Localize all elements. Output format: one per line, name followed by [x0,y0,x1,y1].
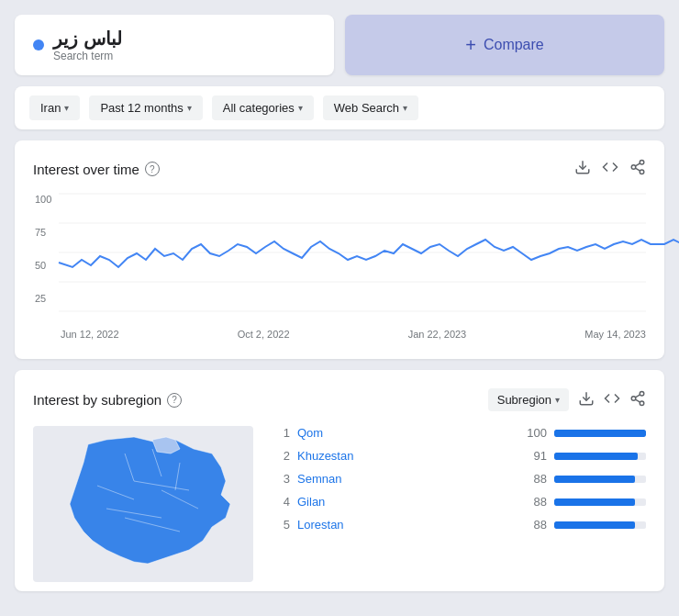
rank-region-name[interactable]: Semnan [297,472,514,486]
rank-number: 1 [275,426,290,440]
filter-region[interactable]: Iran ▾ [29,95,80,120]
rank-number: 2 [275,449,290,463]
filter-type-label: Web Search [334,101,399,115]
search-term-text: لباس زیر [53,28,122,50]
card-title: Interest over time ? [33,162,160,177]
rank-region-name[interactable]: Qom [297,426,514,440]
rank-region-name[interactable]: Lorestan [297,518,514,532]
compare-card[interactable]: + Compare [345,15,664,75]
rank-bar-container [554,453,646,460]
embed-icon[interactable] [602,159,618,179]
interest-over-time-title: Interest over time [33,162,139,177]
svg-line-16 [635,394,640,397]
iran-map-svg [33,426,253,582]
rank-region-name[interactable]: Khuzestan [297,449,514,463]
svg-point-14 [640,401,644,406]
chevron-down-icon: ▾ [555,395,560,405]
filter-region-label: Iran [40,101,61,115]
chevron-down-icon: ▾ [298,103,303,113]
y-axis-labels: 100 75 50 25 [33,194,51,304]
chart-area: 100 75 50 25 Jun 12, 2022 Oct 2, 2022 Ja… [33,194,646,341]
subregion-dropdown[interactable]: Subregion ▾ [488,388,569,411]
subregion-card-header: Interest by subregion ? Subregion ▾ [33,388,646,411]
search-term-card: لباس زیر Search term [15,15,334,75]
search-term-info: لباس زیر Search term [53,28,122,62]
svg-line-15 [635,399,640,402]
search-term-label: Search term [53,50,122,62]
chevron-down-icon: ▾ [187,103,192,113]
ranking-item: 3 Semnan 88 [275,472,646,486]
x-label-3: Jan 22, 2023 [408,329,467,340]
iran-map [33,426,253,573]
share-icon[interactable] [629,159,646,179]
filter-type[interactable]: Web Search ▾ [323,95,418,120]
svg-point-1 [640,161,644,165]
rank-score: 91 [521,449,547,463]
line-chart [59,194,646,322]
top-row: لباس زیر Search term + Compare [15,15,664,75]
interest-over-time-card: Interest over time ? 100 75 50 25 [15,140,664,359]
subregion-filter: Subregion ▾ [488,388,646,411]
ranking-item: 4 Gilan 88 [275,495,646,509]
compare-plus-icon: + [465,35,476,56]
interest-by-subregion-title: Interest by subregion [33,392,161,408]
subregion-content: 1 Qom 100 2 Khuzestan 91 3 Semnan 88 [33,426,646,573]
rank-score: 88 [521,495,547,509]
x-label-4: May 14, 2023 [584,329,646,340]
search-term-dot [33,39,44,50]
svg-point-12 [640,391,644,396]
rank-region-name[interactable]: Gilan [297,495,514,509]
rank-number: 5 [275,518,290,532]
rank-score: 100 [521,426,547,440]
svg-line-5 [635,163,640,166]
svg-point-2 [631,165,636,170]
y-label-75: 75 [35,227,51,238]
rankings-list: 1 Qom 100 2 Khuzestan 91 3 Semnan 88 [275,426,646,573]
rank-score: 88 [521,472,547,486]
rank-bar-container [554,521,646,529]
interest-by-subregion-card: Interest by subregion ? Subregion ▾ [15,370,664,591]
subregion-help-icon[interactable]: ? [167,393,182,408]
rank-score: 88 [521,518,547,532]
chevron-down-icon: ▾ [64,103,69,113]
rank-bar [554,498,635,506]
card-actions [574,159,646,179]
rank-number: 4 [275,495,290,509]
y-label-50: 50 [35,260,51,271]
rank-bar-container [554,476,646,483]
rank-bar [554,453,638,460]
subregion-embed-icon[interactable] [604,390,620,410]
filter-time[interactable]: Past 12 months ▾ [89,95,202,120]
ranking-item: 2 Khuzestan 91 [275,449,646,463]
x-label-2: Oct 2, 2022 [238,329,290,340]
ranking-item: 1 Qom 100 [275,426,646,440]
subregion-share-icon[interactable] [629,390,646,410]
filter-category-label: All categories [223,101,295,115]
y-label-25: 25 [35,293,51,304]
rank-number: 3 [275,472,290,486]
ranking-item: 5 Lorestan 88 [275,518,646,532]
download-icon[interactable] [574,159,591,179]
x-axis-labels: Jun 12, 2022 Oct 2, 2022 Jan 22, 2023 Ma… [33,329,646,340]
filter-bar: Iran ▾ Past 12 months ▾ All categories ▾… [15,86,664,129]
svg-point-3 [640,170,644,174]
svg-line-4 [635,168,640,171]
rank-bar-container [554,430,646,437]
filter-category[interactable]: All categories ▾ [212,95,314,120]
svg-point-13 [631,396,636,400]
rank-bar-container [554,498,646,506]
subregion-dropdown-label: Subregion [497,393,551,407]
filter-time-label: Past 12 months [100,101,183,115]
compare-label: Compare [484,37,544,53]
card-header: Interest over time ? [33,159,646,179]
rank-bar [554,476,635,483]
subregion-download-icon[interactable] [578,390,595,410]
help-icon[interactable]: ? [145,162,160,176]
subregion-title: Interest by subregion ? [33,392,182,408]
chevron-down-icon: ▾ [403,103,407,113]
x-label-1: Jun 12, 2022 [61,329,119,340]
rank-bar [554,430,646,437]
y-label-100: 100 [35,194,51,205]
rank-bar [554,521,635,529]
